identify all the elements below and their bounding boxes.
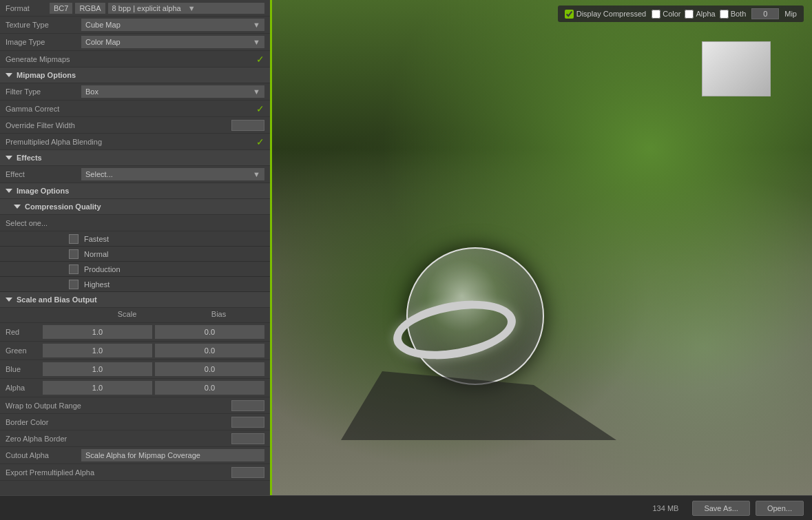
channel-alpha-label: Alpha [6, 384, 40, 392]
texture-type-arrow: ▼ [253, 21, 260, 29]
channel-blue-row: Blue [0, 360, 270, 379]
radio-fastest-label: Fastest [84, 235, 109, 243]
channel-red-row: Red [0, 323, 270, 342]
radio-fastest[interactable]: Fastest [0, 231, 270, 247]
format-label: Format [6, 4, 47, 12]
alpha-channel-label[interactable]: Alpha [685, 10, 715, 19]
compression-quality-section[interactable]: Compression Quality [0, 199, 270, 215]
mipmap-options-title: Mipmap Options [17, 71, 76, 79]
image-type-dropdown[interactable]: Color Map ▼ [81, 36, 264, 48]
format-dropdown[interactable]: 8 bpp | explicit alpha ▼ [108, 3, 264, 14]
effect-dropdown[interactable]: Select... ▼ [81, 168, 264, 180]
gamma-correct-check: ✓ [256, 103, 264, 114]
radio-normal-box[interactable] [69, 249, 79, 259]
open-button[interactable]: Open... [756, 501, 804, 516]
zero-alpha-label: Zero Alpha Border [6, 435, 231, 443]
export-premultiplied-label: Export Premultiplied Alpha [6, 468, 231, 477]
filter-type-dropdown[interactable]: Box ▼ [81, 85, 264, 98]
channel-red-bias[interactable] [155, 325, 264, 339]
wrap-output-check[interactable] [231, 400, 264, 411]
viewport-toolbar: Display Compressed Color Alpha Both Mip [558, 6, 804, 22]
scale-bias-section[interactable]: Scale and Bias Output [0, 292, 270, 308]
premultiplied-alpha-label: Premultiplied Alpha Blending [6, 138, 256, 146]
color-channel-checkbox[interactable] [652, 10, 660, 19]
wrap-output-label: Wrap to Output Range [6, 402, 231, 410]
radio-fastest-box[interactable] [69, 234, 79, 244]
color-channel-label[interactable]: Color [652, 10, 680, 19]
channel-green-bias[interactable] [155, 344, 264, 357]
premultiplied-alpha-row: Premultiplied Alpha Blending ✓ [0, 134, 270, 150]
image-type-row: Image Type Color Map ▼ [0, 34, 270, 51]
override-filter-row: Override Filter Width [0, 117, 270, 134]
texture-type-label: Texture Type [6, 21, 81, 29]
display-compressed-label[interactable]: Display Compressed [565, 10, 646, 19]
border-color-row: Border Color [0, 414, 270, 430]
effects-section[interactable]: Effects [0, 150, 270, 166]
zero-alpha-row: Zero Alpha Border [0, 430, 270, 447]
filter-type-row: Filter Type Box ▼ [0, 83, 270, 101]
scale-bias-triangle [6, 298, 12, 302]
effects-title: Effects [17, 154, 42, 162]
radio-production-label: Production [84, 265, 121, 273]
channel-red-scale[interactable] [43, 325, 152, 339]
image-options-title: Image Options [17, 187, 69, 195]
radio-normal[interactable]: Normal [0, 247, 270, 262]
texture-type-dropdown[interactable]: Cube Map ▼ [81, 19, 264, 31]
radio-normal-label: Normal [84, 250, 108, 258]
file-size: 134 MB [652, 504, 678, 512]
channel-green-scale[interactable] [43, 344, 152, 357]
alpha-channel-checkbox[interactable] [685, 10, 694, 19]
border-color-value[interactable] [231, 417, 264, 428]
channel-green-row: Green [0, 342, 270, 360]
channel-alpha-scale[interactable] [43, 381, 152, 395]
radio-highest-box[interactable] [69, 280, 79, 289]
radio-highest[interactable]: Highest [0, 277, 270, 292]
mip-input[interactable] [751, 8, 779, 19]
select-one-row: Select one... [0, 215, 270, 231]
radio-production-box[interactable] [69, 264, 79, 274]
both-channel-label[interactable]: Both [720, 10, 747, 19]
cutout-alpha-selected: Scale Alpha for Mipmap Coverage [85, 451, 200, 459]
texture-type-selected: Cube Map [85, 21, 121, 29]
channel-blue-scale[interactable] [43, 362, 152, 376]
cutout-alpha-value: Scale Alpha for Mipmap Coverage [81, 449, 264, 461]
main-layout: Format BC7 RGBA 8 bpp | explicit alpha ▼… [0, 0, 812, 495]
cube-object [702, 41, 771, 96]
format-value: 8 bpp | explicit alpha [112, 4, 181, 12]
both-channel-checkbox[interactable] [720, 10, 729, 19]
channel-alpha-bias[interactable] [155, 381, 264, 395]
zero-alpha-check[interactable] [231, 433, 264, 444]
scale-col-label: Scale [81, 310, 173, 320]
format-row: Format BC7 RGBA 8 bpp | explicit alpha ▼ [0, 0, 270, 17]
compression-quality-title: Compression Quality [25, 202, 101, 211]
display-compressed-checkbox[interactable] [565, 10, 574, 19]
image-type-value: Color Map ▼ [81, 36, 264, 48]
bottom-bar: 134 MB Save As... Open... [0, 495, 812, 520]
left-panel: Format BC7 RGBA 8 bpp | explicit alpha ▼… [0, 0, 272, 495]
image-type-arrow: ▼ [253, 38, 260, 46]
effect-label: Effect [6, 170, 81, 178]
image-options-triangle [6, 189, 12, 193]
channel-green-label: Green [6, 346, 40, 355]
override-filter-check[interactable] [231, 120, 264, 131]
image-options-section[interactable]: Image Options [0, 183, 270, 199]
format-tag-rgba: RGBA [75, 3, 105, 14]
save-as-button[interactable]: Save As... [692, 501, 750, 516]
channel-blue-bias[interactable] [155, 362, 264, 376]
generate-mipmaps-row: Generate Mipmaps ✓ [0, 51, 270, 67]
wrap-output-row: Wrap to Output Range [0, 397, 270, 414]
effect-selected: Select... [85, 170, 113, 178]
mipmap-options-section[interactable]: Mipmap Options [0, 67, 270, 83]
export-premultiplied-check[interactable] [231, 467, 264, 478]
generate-mipmaps-label: Generate Mipmaps [6, 55, 256, 63]
texture-type-value: Cube Map ▼ [81, 19, 264, 31]
radio-production[interactable]: Production [0, 262, 270, 277]
filter-type-value: Box ▼ [81, 85, 264, 98]
premultiplied-alpha-check: ✓ [256, 136, 264, 147]
right-panel: Display Compressed Color Alpha Both Mip [272, 0, 812, 495]
effect-value: Select... ▼ [81, 168, 264, 180]
cutout-alpha-dropdown[interactable]: Scale Alpha for Mipmap Coverage [81, 449, 264, 461]
channel-red-label: Red [6, 328, 40, 336]
gamma-correct-label: Gamma Correct [6, 105, 256, 113]
filter-type-arrow: ▼ [253, 87, 260, 96]
